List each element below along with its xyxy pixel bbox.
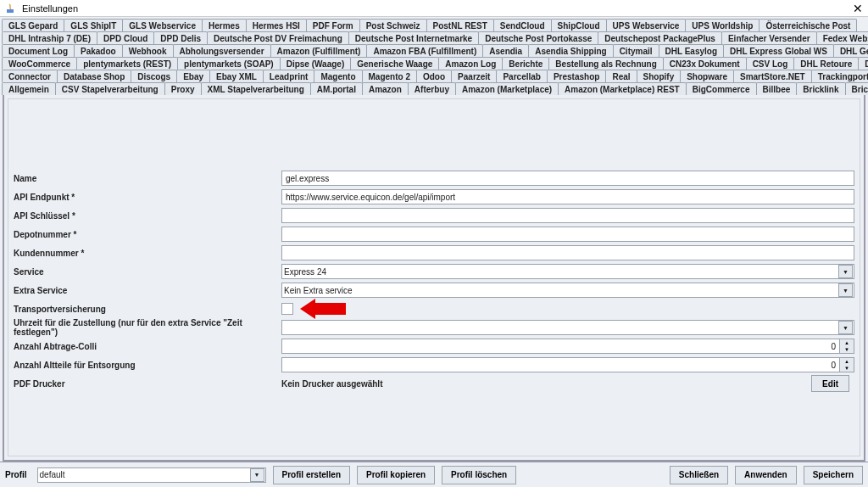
tab-item[interactable]: Bricklink — [796, 82, 845, 95]
tab-item[interactable]: CSV Log — [746, 57, 795, 70]
tab-item[interactable]: Asendia — [482, 44, 529, 57]
apply-button[interactable]: Anwenden — [735, 466, 797, 484]
tab-item[interactable]: Parcellab — [496, 70, 547, 82]
profile-select-value: default — [40, 470, 65, 479]
tab-item[interactable]: Hermes HSI — [246, 19, 307, 31]
tab-item[interactable]: Österreichische Post — [759, 19, 857, 31]
tab-item[interactable]: Trackingportal — [811, 70, 868, 82]
tab-item[interactable]: WooCommerce — [2, 57, 77, 70]
tab-item[interactable]: Shopware — [680, 70, 734, 82]
tab-item[interactable]: Deutsche Post Portokasse — [478, 31, 598, 44]
tab-item[interactable]: GLS Gepard — [2, 19, 64, 31]
tab-item[interactable]: CN23x Dokument — [663, 57, 747, 70]
tab-item[interactable]: Amazon (Fulfillment) — [270, 44, 368, 57]
depot-number-input[interactable] — [281, 227, 854, 242]
edit-printer-button[interactable]: Edit — [811, 375, 849, 392]
tab-item[interactable]: Shopify — [637, 70, 682, 82]
tab-item[interactable]: Amazon FBA (Fulfillment) — [366, 44, 483, 57]
tab-item[interactable]: Magento — [314, 70, 362, 82]
tab-item[interactable]: ShipCloud — [551, 19, 607, 31]
tab-item[interactable]: Real — [605, 70, 637, 82]
spinner-buttons[interactable]: ▲▼ — [840, 357, 854, 372]
transport-insurance-checkbox[interactable] — [281, 303, 293, 315]
tab-item[interactable]: Abholungsversender — [173, 44, 271, 57]
tab-item[interactable]: Amazon (Marketplace) REST — [558, 82, 687, 95]
tab-item[interactable]: UPS Worldship — [685, 19, 760, 31]
tab-item[interactable]: Amazon (Marketplace) — [455, 82, 559, 95]
tab-item[interactable]: Allgemein — [2, 82, 56, 95]
tab-item[interactable]: XML Stapelverarbeitung — [201, 82, 311, 95]
tab-item[interactable]: plentymarkets (REST) — [76, 57, 178, 70]
tab-item[interactable]: Asendia Shipping — [528, 44, 613, 57]
tab-item[interactable]: Berichte — [502, 57, 549, 70]
tab-item[interactable]: Amazon — [362, 82, 409, 95]
service-select-value: Express 24 — [284, 267, 326, 277]
tab-item[interactable]: Odoo — [416, 70, 452, 82]
service-select[interactable]: Express 24 ▼ — [281, 264, 854, 279]
tab-item[interactable]: Bestellung als Rechnung — [548, 57, 663, 70]
tab-item[interactable]: Einfacher Versender — [721, 31, 817, 44]
tab-item[interactable]: Generische Waage — [350, 57, 439, 70]
tab-item[interactable]: Document Log — [2, 44, 75, 57]
api-endpoint-input[interactable] — [281, 189, 854, 204]
tab-item[interactable]: SendCloud — [493, 19, 552, 31]
tab-item[interactable]: Fedex Webservice — [816, 31, 868, 44]
tab-item[interactable]: Database Shop — [57, 70, 131, 82]
tab-item[interactable]: Post Schweiz — [359, 19, 427, 31]
tab-item[interactable]: BigCommerce — [686, 82, 757, 95]
delete-profile-button[interactable]: Profil löschen — [442, 466, 516, 484]
tab-item[interactable]: PDF Form — [306, 19, 360, 31]
tab-item[interactable]: UPS Webservice — [606, 19, 687, 31]
extra-service-select[interactable]: Kein Extra service ▼ — [281, 283, 854, 298]
tab-item[interactable]: GLS ShipIT — [64, 19, 123, 31]
tab-item[interactable]: CSV Stapelverarbeitung — [55, 82, 165, 95]
altteile-spinner[interactable] — [281, 357, 840, 372]
tab-item[interactable]: SmartStore.NET — [733, 70, 812, 82]
tab-item[interactable]: Proxy — [164, 82, 202, 95]
tab-item[interactable]: Amazon Log — [438, 57, 503, 70]
tab-item[interactable]: plentymarkets (SOAP) — [177, 57, 281, 70]
tab-item[interactable]: DHL Retoure — [793, 57, 859, 70]
tab-item[interactable]: Ebay — [176, 70, 210, 82]
save-button[interactable]: Speichern — [804, 466, 863, 484]
tab-item[interactable]: DPD Cloud — [97, 31, 154, 44]
tab-item[interactable]: Magento 2 — [362, 70, 417, 82]
create-profile-button[interactable]: Profil erstellen — [273, 466, 350, 484]
tab-item[interactable]: Brickowl — [845, 82, 868, 95]
tab-item[interactable]: Deutsche Post Internetmarke — [348, 31, 479, 44]
tab-item[interactable]: Deutschepost PackagePlus — [598, 31, 722, 44]
spinner-buttons[interactable]: ▲▼ — [840, 339, 854, 354]
tab-item[interactable]: Afterbuy — [408, 82, 456, 95]
tab-item[interactable]: DHL Intraship 7 (DE) — [2, 31, 97, 44]
close-button[interactable]: Schließen — [670, 466, 728, 484]
tab-item[interactable]: Leadprint — [263, 70, 315, 82]
api-key-input[interactable] — [281, 208, 854, 223]
tab-item[interactable]: Dipse (Waage) — [280, 57, 352, 70]
tab-item[interactable]: Webhook — [122, 44, 174, 57]
tab-item[interactable]: Citymail — [613, 44, 659, 57]
tab-item[interactable]: Deutsche Post DV Freimachung — [207, 31, 349, 44]
copy-profile-button[interactable]: Profil kopieren — [357, 466, 435, 484]
delivery-time-select[interactable]: ▼ — [281, 320, 854, 335]
tab-item[interactable]: DPD Delis — [153, 31, 208, 44]
profile-select[interactable]: default ▼ — [37, 467, 266, 483]
tab-item[interactable]: Document Downloader — [858, 57, 868, 70]
customer-number-input[interactable] — [281, 245, 854, 260]
tab-item[interactable]: Prestashop — [547, 70, 606, 82]
name-input[interactable] — [281, 171, 854, 186]
tab-item[interactable]: Pakadoo — [74, 44, 123, 57]
abtrage-colli-spinner[interactable] — [281, 339, 840, 354]
tab-item[interactable]: Connector — [2, 70, 58, 82]
close-icon[interactable]: ✕ — [853, 2, 863, 15]
tab-item[interactable]: AM.portal — [310, 82, 363, 95]
tab-item[interactable]: Paarzeit — [451, 70, 497, 82]
tab-item[interactable]: DHL Express Global WS — [723, 44, 834, 57]
tab-item[interactable]: GLS Webservice — [122, 19, 203, 31]
tab-item[interactable]: Billbee — [756, 82, 798, 95]
tab-item[interactable]: Discogs — [131, 70, 177, 82]
tab-item[interactable]: PostNL REST — [426, 19, 494, 31]
tab-item[interactable]: DHL Easylog — [659, 44, 725, 57]
tab-item[interactable]: Hermes — [202, 19, 247, 31]
tab-item[interactable]: DHL Geschäftskundenversand — [833, 44, 868, 57]
tab-item[interactable]: Ebay XML — [209, 70, 264, 82]
